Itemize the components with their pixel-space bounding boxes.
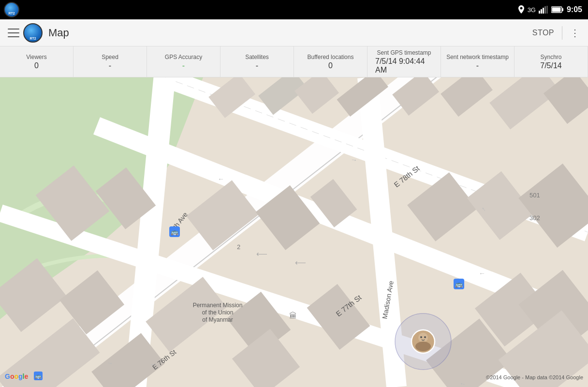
stat-sent_network_timestamp: Sent network timestamp- bbox=[441, 46, 514, 77]
svg-point-75 bbox=[420, 336, 422, 338]
stat-value-sent_network_timestamp: - bbox=[476, 61, 479, 70]
svg-point-73 bbox=[418, 333, 428, 342]
action-bar-right: STOP ⋮ bbox=[532, 26, 580, 40]
stat-value-speed: - bbox=[109, 61, 111, 70]
stat-value-viewers: 0 bbox=[34, 61, 39, 70]
svg-point-76 bbox=[424, 336, 426, 338]
stats-bar: Viewers0Speed-GPS Accuracy-Satellites-Bu… bbox=[0, 46, 588, 77]
page-title: Map bbox=[48, 27, 69, 39]
stat-label-buffered_locations: Buffered locations bbox=[308, 54, 354, 60]
svg-text:🏛: 🏛 bbox=[289, 312, 297, 320]
svg-text:⟵: ⟵ bbox=[256, 250, 267, 258]
svg-text:501: 501 bbox=[529, 192, 540, 199]
stat-label-viewers: Viewers bbox=[26, 54, 46, 60]
stat-value-sent_gps_timestamp: 7/5/14 9:04:44 AM bbox=[375, 57, 433, 74]
svg-text:←: ← bbox=[479, 269, 485, 277]
stat-value-buffered_locations: 0 bbox=[328, 61, 333, 70]
stat-label-synchro: Synchro bbox=[540, 54, 561, 60]
svg-rect-2 bbox=[543, 8, 544, 14]
stat-label-sent_gps_timestamp: Sent GPS timestamp bbox=[377, 49, 431, 56]
svg-text:Permanent Mission: Permanent Mission bbox=[193, 302, 243, 309]
svg-rect-7 bbox=[552, 8, 560, 12]
google-logo: Google 🚌 bbox=[5, 372, 28, 380]
app-notification-icon bbox=[4, 2, 19, 17]
stat-buffered_locations: Buffered locations0 bbox=[294, 46, 368, 77]
status-time: 9:05 bbox=[567, 5, 582, 14]
svg-rect-3 bbox=[544, 6, 546, 14]
nav-hamburger-icon[interactable] bbox=[8, 29, 19, 37]
stat-label-sent_network_timestamp: Sent network timestamp bbox=[446, 54, 509, 60]
stat-label-speed: Speed bbox=[102, 54, 118, 60]
svg-text:302: 302 bbox=[529, 214, 540, 222]
signal-icon bbox=[539, 6, 548, 14]
svg-text:←: ← bbox=[150, 360, 157, 368]
svg-rect-1 bbox=[541, 9, 542, 14]
stat-value-satellites: - bbox=[256, 61, 258, 70]
stat-viewers: Viewers0 bbox=[0, 46, 74, 77]
app-logo bbox=[23, 23, 43, 43]
svg-text:2: 2 bbox=[237, 243, 240, 251]
stat-satellites: Satellites- bbox=[220, 46, 294, 77]
overflow-menu-icon[interactable]: ⋮ bbox=[570, 27, 580, 39]
svg-point-74 bbox=[415, 342, 431, 351]
svg-text:of Myanmar: of Myanmar bbox=[202, 316, 233, 323]
stat-value-gps_accuracy: - bbox=[182, 61, 185, 70]
svg-text:of the Union: of the Union bbox=[202, 309, 234, 316]
stat-label-gps_accuracy: GPS Accuracy bbox=[165, 54, 202, 60]
network-indicator: 3G bbox=[528, 6, 536, 14]
svg-rect-0 bbox=[539, 11, 540, 14]
map-view: E 78th St E 77th St E 76th St 5th Ave Ma… bbox=[0, 77, 588, 387]
map-copyright: ©2014 Google - Map data ©2014 Google bbox=[486, 374, 583, 380]
status-bar-left bbox=[4, 0, 19, 19]
svg-rect-6 bbox=[562, 8, 563, 11]
stat-synchro: Synchro7/5/14 bbox=[514, 46, 588, 77]
action-bar: Map STOP ⋮ bbox=[0, 19, 588, 46]
svg-rect-4 bbox=[546, 6, 548, 14]
svg-text:⟵: ⟵ bbox=[295, 258, 306, 267]
svg-text:🚌: 🚌 bbox=[171, 228, 179, 236]
svg-text:🚌: 🚌 bbox=[455, 280, 463, 288]
map-container[interactable]: E 78th St E 77th St E 76th St 5th Ave Ma… bbox=[0, 77, 588, 387]
stop-button[interactable]: STOP bbox=[532, 29, 554, 37]
stat-value-synchro: 7/5/14 bbox=[540, 61, 561, 70]
stat-sent_gps_timestamp: Sent GPS timestamp7/5/14 9:04:44 AM bbox=[368, 46, 441, 77]
stat-speed: Speed- bbox=[74, 46, 147, 77]
location-icon bbox=[518, 5, 525, 14]
toolbar-divider bbox=[562, 26, 562, 40]
status-icons: 3G 9:05 bbox=[518, 5, 582, 14]
status-bar: 3G 9:05 bbox=[0, 0, 588, 19]
svg-text:←: ← bbox=[218, 175, 224, 183]
stat-label-satellites: Satellites bbox=[245, 54, 269, 60]
stat-gps_accuracy: GPS Accuracy- bbox=[147, 46, 220, 77]
battery-icon bbox=[551, 6, 564, 13]
